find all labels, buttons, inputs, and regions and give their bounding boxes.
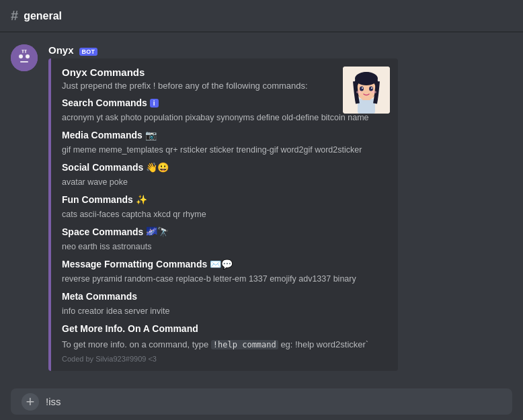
space-commands-list: neo earth iss astronauts [62,240,387,253]
section-message-formatting: Message Formatting Commands ✉️💬 reverse … [62,259,387,286]
search-info-badge: i [150,99,159,108]
svg-point-2 [26,54,30,58]
bot-tag: BOT [79,48,98,56]
channel-hash: # [11,8,18,24]
message-row: Onyx BOT [0,43,523,372]
section-space: Space Commands 🌌🔭 neo earth iss astronau… [62,226,387,253]
svg-point-17 [371,87,372,89]
social-commands-list: avatar wave poke [62,175,387,189]
social-commands-title: Social Commands 👋😀 [62,162,387,173]
space-commands-title: Space Commands 🌌🔭 [62,226,387,237]
svg-point-15 [369,87,373,91]
embed-title: Onyx Commands [62,67,387,78]
message-input-area: + [11,388,512,415]
svg-point-0 [11,44,38,71]
get-more-info-text: To get more info. on a command, type !he… [62,339,387,349]
svg-point-1 [19,54,23,58]
avatar-area [11,44,38,371]
section-search: Search Commands i acronym yt ask photo p… [62,97,387,124]
svg-point-19 [371,91,376,93]
avatar [11,44,38,71]
search-commands-title: Search Commands i [62,97,387,108]
search-commands-list: acronym yt ask photo population pixabay … [62,111,387,124]
svg-rect-8 [358,99,375,114]
svg-rect-6 [22,50,27,50]
section-media: Media Commands 📷 gif meme meme_templates… [62,130,387,157]
message-input[interactable] [39,388,501,415]
svg-point-18 [356,91,362,93]
section-fun: Fun Commands ✨ cats ascii-faces captcha … [62,194,387,221]
get-more-info-code: !help command [211,340,278,349]
get-more-info-title: Get More Info. On A Command [62,323,387,334]
embed-thumbnail [343,67,390,114]
svg-point-14 [360,87,364,91]
message-body: Onyx BOT [48,44,512,371]
media-commands-list: gif meme meme_templates qr+ rsticker sti… [62,143,387,157]
message-header: Onyx BOT [48,44,512,56]
embed-description: Just prepend the prefix ! before any of … [62,81,387,91]
media-emoji: 📷 [145,130,157,140]
media-commands-title: Media Commands 📷 [62,130,387,140]
meta-commands-list: info creator idea server invite [62,304,387,318]
embed-footer: Coded by Silvia923#9909 <3 [62,355,387,363]
get-more-info-section: Get More Info. On A Command To get more … [62,323,387,349]
add-attachment-button[interactable]: + [22,393,39,411]
svg-point-13 [355,72,378,85]
space-emoji: 🌌🔭 [146,226,169,237]
message-formatting-emoji: ✉️💬 [210,259,233,269]
title-bar: # general [0,0,523,32]
channel-name: general [24,10,62,22]
message-formatting-commands-title: Message Formatting Commands ✉️💬 [62,259,387,269]
message-formatting-commands-list: reverse pyramid random-case replace-b le… [62,272,387,286]
section-meta: Meta Commands info creator idea server i… [62,291,387,318]
message-list: Onyx BOT [0,32,523,383]
section-social: Social Commands 👋😀 avatar wave poke [62,162,387,189]
fun-commands-list: cats ascii-faces captcha xkcd qr rhyme [62,208,387,221]
username: Onyx [48,44,74,56]
embed: Onyx Commands Just prepend the prefix ! … [48,58,398,371]
meta-commands-title: Meta Commands [62,291,387,302]
svg-rect-3 [20,61,28,62]
anime-girl-image [343,67,390,114]
social-emoji: 👋😀 [146,162,169,173]
fun-emoji: ✨ [136,194,147,205]
fun-commands-title: Fun Commands ✨ [62,194,387,205]
svg-point-16 [362,87,363,89]
